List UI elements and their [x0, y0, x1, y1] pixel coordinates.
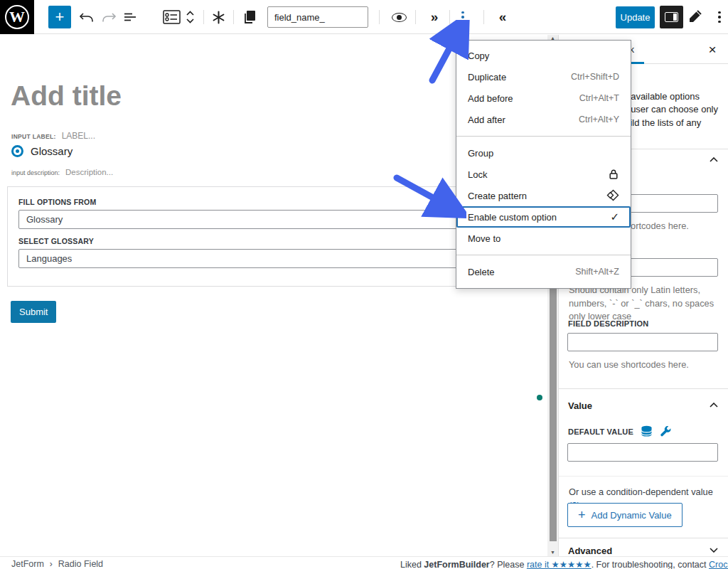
menu-item-delete[interactable]: Delete Shift+Alt+Z [456, 261, 631, 282]
brand-name: JetFormBuilder [424, 560, 489, 569]
pattern-icon [606, 189, 619, 202]
copy-pages-icon [243, 10, 256, 24]
lock-icon [608, 169, 619, 180]
default-value-input[interactable] [567, 443, 718, 462]
menu-item-group[interactable]: Group [456, 142, 631, 164]
wrench-macros-icon[interactable] [660, 425, 672, 437]
check-icon: ✓ [610, 211, 619, 223]
footer-message: Liked JetFormBuilder? Please rate it ★★★… [400, 559, 728, 569]
chevron-double-left-icon: « [499, 9, 505, 25]
undo-button[interactable] [77, 0, 95, 34]
chevron-up-icon [710, 157, 718, 162]
shortcodes-hint: You can use shortcodes here. [569, 358, 719, 372]
menu-divider [456, 255, 631, 255]
paintbrush-icon [687, 10, 702, 24]
redo-button[interactable] [100, 0, 118, 34]
add-block-button[interactable]: + [48, 6, 71, 28]
block-parent-button[interactable] [161, 0, 182, 34]
wordpress-logo-button[interactable]: W [0, 0, 34, 34]
input-label-row: INPUT LABEL:LABEL... [11, 129, 95, 142]
list-view-button[interactable] [121, 0, 139, 34]
close-sidebar-button[interactable]: × [702, 40, 722, 60]
field-description-input[interactable] [567, 333, 718, 351]
block-options-button[interactable] [454, 0, 472, 34]
add-dynamic-value-label: Add Dynamic Value [592, 510, 672, 521]
post-title-placeholder[interactable]: Add title [11, 80, 122, 112]
settings-sidebar-toggle[interactable] [660, 6, 683, 28]
undo-icon [79, 11, 94, 23]
advanced-section-title: Advanced [568, 546, 612, 556]
wordpress-logo-icon: W [5, 5, 29, 29]
options-menu-button[interactable] [711, 0, 728, 34]
menu-item-create-pattern[interactable]: Create pattern [456, 185, 631, 206]
plus-icon: + [578, 509, 586, 521]
breadcrumb-radio-field: Radio Field [58, 559, 103, 569]
chevron-double-right-icon: » [431, 9, 437, 25]
database-preset-icon[interactable] [641, 425, 653, 437]
asterisk-icon [212, 11, 225, 24]
list-view-icon [124, 11, 136, 23]
sidebar-panel-icon [665, 12, 678, 22]
menu-item-add-after[interactable]: Add after Ctrl+Alt+Y [456, 109, 631, 130]
ellipsis-vertical-icon [461, 11, 464, 23]
ellipsis-vertical-icon [718, 11, 721, 23]
radio-checked-icon[interactable] [11, 145, 23, 157]
select-glossary-label: SELECT GLOSSARY [18, 237, 94, 245]
input-description-placeholder[interactable]: Description... [65, 168, 113, 176]
field-name-input[interactable] [267, 6, 368, 28]
rate-it-link[interactable]: rate it ★★★★★ [527, 560, 592, 569]
breadcrumb: JetForm›Radio Field [11, 559, 103, 569]
menu-divider [456, 136, 631, 137]
top-toolbar: W + [0, 0, 728, 34]
breadcrumb-jetform[interactable]: JetForm [11, 559, 44, 569]
radio-option-label: Glossary [31, 145, 73, 157]
default-value-row: DEFAULT VALUE [568, 425, 672, 437]
expand-right-button[interactable]: » [424, 0, 444, 34]
menu-item-add-before[interactable]: Add before Ctrl+Alt+T [456, 87, 631, 109]
fill-options-select[interactable]: Glossary [18, 210, 528, 229]
default-value-label: DEFAULT VALUE [568, 427, 633, 436]
copy-style-button[interactable] [239, 0, 260, 34]
light-divider [559, 476, 728, 477]
breadcrumb-chevron: › [50, 559, 53, 569]
value-section-title: Value [568, 400, 592, 411]
block-type-button[interactable] [208, 0, 229, 34]
toolbar-separator [379, 10, 380, 24]
input-description-row: input description:Description... [11, 165, 113, 178]
update-button[interactable]: Update [616, 6, 655, 28]
chevron-up-icon [710, 403, 718, 408]
block-mover[interactable] [182, 0, 198, 34]
collapse-section-button[interactable] [710, 157, 718, 162]
menu-item-lock[interactable]: Lock [456, 164, 631, 185]
submit-button[interactable]: Submit [11, 301, 56, 323]
input-label-placeholder[interactable]: LABEL... [62, 131, 95, 141]
field-description-label: FIELD DESCRIPTION [568, 319, 648, 328]
toolbar-separator [203, 10, 204, 24]
menu-item-copy[interactable]: Copy [456, 45, 631, 66]
expand-advanced-section-button[interactable] [710, 548, 718, 553]
toolbar-separator [415, 10, 416, 24]
glossary-select[interactable]: Languages [18, 249, 528, 268]
collapse-left-button[interactable]: « [492, 0, 512, 34]
radio-list-block-icon [163, 10, 181, 24]
preview-button[interactable] [390, 0, 408, 34]
crocoblock-support-link[interactable]: Crocoblock support [709, 560, 728, 569]
close-icon: × [708, 42, 716, 58]
scroll-down-arrow[interactable]: ▼ [547, 550, 558, 555]
menu-item-enable-custom-option[interactable]: Enable custom option ✓ [456, 206, 631, 228]
input-description-prefix: input description: [11, 169, 60, 176]
block-options-menu: Copy Duplicate Ctrl+Shift+D Add before C… [456, 40, 631, 289]
menu-item-move-to[interactable]: Move to [456, 228, 631, 249]
collapse-value-section-button[interactable] [710, 403, 718, 408]
eye-icon [392, 13, 407, 22]
input-label-prefix: INPUT LABEL: [11, 133, 56, 140]
style-tools-button[interactable] [685, 0, 705, 34]
toolbar-separator [449, 10, 450, 24]
add-dynamic-value-button[interactable]: + Add Dynamic Value [567, 503, 682, 527]
block-insertion-dot [537, 395, 542, 400]
toolbar-separator [233, 10, 234, 24]
section-divider [559, 388, 728, 389]
footer-bar: JetForm›Radio Field Liked JetFormBuilder… [0, 556, 728, 569]
move-down-icon [186, 18, 194, 23]
menu-item-duplicate[interactable]: Duplicate Ctrl+Shift+D [456, 66, 631, 87]
